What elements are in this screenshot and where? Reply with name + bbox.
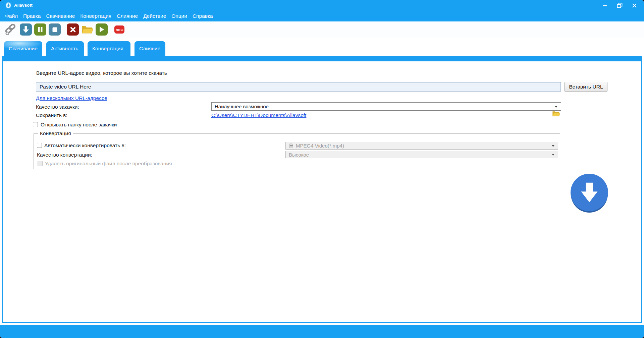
pause-button[interactable] <box>34 23 46 36</box>
stop-icon <box>52 27 57 32</box>
tab-download-label: Скачивание <box>9 46 38 52</box>
start-download-button[interactable] <box>20 23 32 36</box>
close-button[interactable] <box>629 1 639 10</box>
chain-link-icon <box>4 23 17 36</box>
stop-button[interactable] <box>49 23 61 36</box>
paste-link-button[interactable] <box>3 23 17 36</box>
restore-button[interactable] <box>614 1 625 10</box>
tab-strip: Скачивание Активность Конвертация Слияни… <box>2 38 642 56</box>
convert-quality-select: Высокое <box>285 151 558 158</box>
menu-item-action[interactable]: Действие <box>141 12 168 20</box>
delete-original-checkbox <box>38 161 43 166</box>
chevron-down-icon <box>552 154 554 156</box>
save-to-label: Сохранить в: <box>36 112 67 118</box>
download-tab-panel: Введите URL-адрес видео, которое вы хоти… <box>2 56 642 323</box>
screen: Allavsoft Файл Правка Скачивание <box>0 0 644 338</box>
tab-merge[interactable]: Слияние <box>135 41 165 56</box>
app-logo-icon <box>5 2 11 8</box>
open-download-folder-button[interactable] <box>81 23 93 36</box>
folder-icon <box>81 24 93 35</box>
menu-item-file[interactable]: Файл <box>3 12 20 20</box>
close-icon <box>632 3 637 8</box>
download-quality-value: Наилучшее возможное <box>215 104 269 109</box>
delete-x-icon <box>70 27 76 33</box>
conversion-groupbox: Конвертация Автоматически конвертировать… <box>34 133 560 169</box>
menu-item-options[interactable]: Опции <box>169 12 190 20</box>
save-path-link[interactable]: C:\Users\CTYDEHT\Documents\Allavsoft <box>211 112 306 118</box>
restore-icon <box>617 3 623 8</box>
menu-item-help[interactable]: Справка <box>190 12 215 20</box>
open-folder-checkbox[interactable] <box>33 122 38 127</box>
big-download-arrow-icon <box>580 181 599 204</box>
tab-merge-label: Слияние <box>139 46 160 52</box>
pause-icon <box>38 26 43 33</box>
toolbar-separator <box>111 24 111 35</box>
menu-item-download[interactable]: Скачивание <box>44 12 77 20</box>
conversion-group-legend: Конвертация <box>38 130 73 136</box>
menu-bar: Файл Правка Скачивание Конвертация Слиян… <box>0 11 644 21</box>
status-bar <box>0 325 644 338</box>
multiple-urls-link[interactable]: Для нескольких URL-адресов <box>36 95 107 101</box>
download-quality-label: Качество закачки: <box>36 104 79 110</box>
mp4-file-icon <box>289 144 293 148</box>
title-bar: Allavsoft <box>0 0 644 11</box>
download-quality-select[interactable]: Наилучшее возможное <box>211 102 561 111</box>
open-folder-checkbox-label: Открывать папку после закачки <box>41 122 117 128</box>
big-download-button[interactable] <box>571 174 608 211</box>
menu-item-merge[interactable]: Слияние <box>114 12 140 20</box>
toolbar-separator <box>64 24 64 35</box>
tab-download[interactable]: Скачивание <box>4 41 42 56</box>
browse-folder-icon[interactable] <box>552 110 560 117</box>
download-icon <box>22 26 29 33</box>
play-icon <box>99 26 105 33</box>
tab-activity-label: Активность <box>51 46 78 52</box>
video-url-input[interactable] <box>36 82 561 92</box>
toolbar: REC <box>0 21 644 38</box>
auto-convert-checkbox-label: Автоматически конвертировать в: <box>44 143 126 149</box>
delete-original-checkbox-label: Удалять оригинальный файл после преобраз… <box>45 161 172 167</box>
chevron-down-icon <box>555 106 557 108</box>
convert-quality-label: Качество конвертации: <box>37 152 92 158</box>
chevron-down-icon <box>552 145 554 147</box>
convert-quality-value: Высокое <box>289 152 309 158</box>
minimize-icon <box>602 3 607 8</box>
minimize-button[interactable] <box>600 1 610 10</box>
menu-item-edit[interactable]: Правка <box>21 12 43 20</box>
delete-button[interactable] <box>67 23 79 36</box>
record-button[interactable]: REC <box>114 25 124 34</box>
auto-convert-checkbox[interactable] <box>37 143 42 148</box>
convert-format-select: MPEG4 Video(*.mp4) <box>285 142 558 150</box>
record-label: REC <box>116 28 123 32</box>
paste-url-button[interactable]: Вставить URL <box>565 82 607 92</box>
convert-format-value: MPEG4 Video(*.mp4) <box>296 143 344 149</box>
tab-convert-label: Конвертация <box>92 46 123 52</box>
window-title: Allavsoft <box>14 0 33 11</box>
allavsoft-window: Allavsoft Файл Правка Скачивание <box>0 0 644 338</box>
play-button[interactable] <box>96 23 108 36</box>
tab-activity[interactable]: Активность <box>46 41 84 56</box>
tab-convert[interactable]: Конвертация <box>88 41 130 56</box>
menu-item-convert[interactable]: Конвертация <box>78 12 114 20</box>
url-entry-label: Введите URL-адрес видео, которое вы хоти… <box>36 70 167 76</box>
